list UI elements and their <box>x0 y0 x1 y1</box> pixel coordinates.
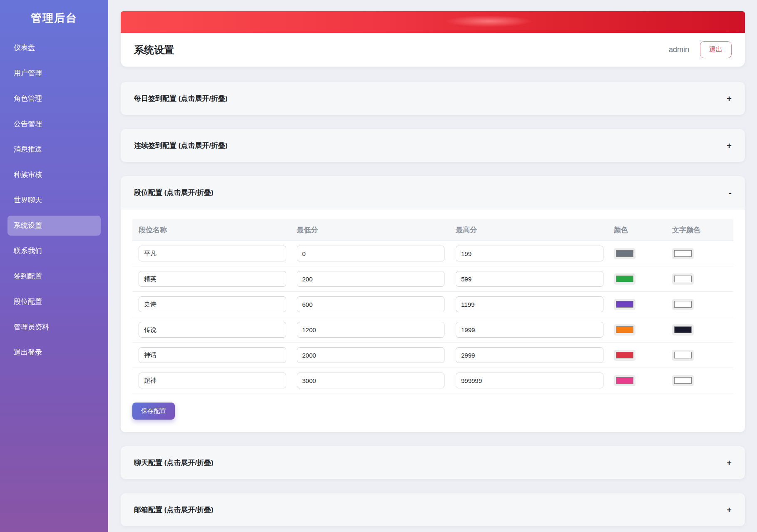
section-title: 段位配置 (点击展开/折叠) <box>134 188 213 197</box>
min-score-input[interactable] <box>297 373 444 388</box>
color-picker[interactable] <box>614 248 635 259</box>
sidebar-item-users[interactable]: 用户管理 <box>7 63 101 83</box>
section-daily-signin: 每日签到配置 (点击展开/折叠) + <box>121 82 745 115</box>
color-swatch <box>616 377 633 384</box>
rank-name-input[interactable] <box>139 246 286 261</box>
color-swatch <box>616 326 633 333</box>
text-color-picker[interactable] <box>672 324 694 336</box>
table-row <box>132 266 733 292</box>
header-user-area: admin 退出 <box>669 41 732 58</box>
sidebar-item-logout[interactable]: 退出登录 <box>7 343 101 363</box>
color-picker[interactable] <box>614 350 635 361</box>
text-color-swatch <box>674 352 692 358</box>
table-row <box>132 317 733 343</box>
section-rank-config: 段位配置 (点击展开/折叠) - 段位名称 最低分 最高分 颜色 文字颜色 <box>121 176 745 432</box>
col-header-min-score: 最低分 <box>290 225 449 235</box>
banner-redacted-text <box>445 15 533 27</box>
sidebar-item-system-settings[interactable]: 系统设置 <box>7 216 101 236</box>
text-color-picker[interactable] <box>672 299 694 310</box>
max-score-input[interactable] <box>456 246 603 261</box>
text-color-picker[interactable] <box>672 375 694 386</box>
section-title: 聊天配置 (点击展开/折叠) <box>134 458 213 467</box>
text-color-swatch <box>674 301 692 308</box>
color-swatch <box>616 250 633 257</box>
min-score-input[interactable] <box>297 296 444 312</box>
section-chat-config: 聊天配置 (点击展开/折叠) + <box>121 446 745 479</box>
app-title: 管理后台 <box>0 11 108 25</box>
text-color-swatch <box>674 377 692 384</box>
sidebar-item-contact-us[interactable]: 联系我们 <box>7 241 101 261</box>
section-title: 连续签到配置 (点击展开/折叠) <box>134 141 228 150</box>
min-score-input[interactable] <box>297 322 444 338</box>
text-color-picker[interactable] <box>672 273 694 285</box>
color-swatch <box>616 352 633 358</box>
col-header-color: 颜色 <box>608 225 666 235</box>
section-daily-signin-header[interactable]: 每日签到配置 (点击展开/折叠) + <box>121 82 745 115</box>
sidebar: 管理后台 仪表盘 用户管理 角色管理 公告管理 消息推送 种族审核 世界聊天 系… <box>0 0 108 532</box>
section-title: 每日签到配置 (点击展开/折叠) <box>134 94 228 103</box>
sidebar-menu: 仪表盘 用户管理 角色管理 公告管理 消息推送 种族审核 世界聊天 系统设置 联… <box>0 38 108 363</box>
sidebar-item-roles[interactable]: 角色管理 <box>7 89 101 109</box>
section-streak-signin: 连续签到配置 (点击展开/折叠) + <box>121 129 745 162</box>
min-score-input[interactable] <box>297 347 444 363</box>
color-picker[interactable] <box>614 375 635 386</box>
sidebar-item-push-messages[interactable]: 消息推送 <box>7 139 101 159</box>
color-picker[interactable] <box>614 324 635 336</box>
col-header-rank-name: 段位名称 <box>132 225 290 235</box>
color-swatch <box>616 301 633 308</box>
text-color-picker[interactable] <box>672 248 694 259</box>
section-email-config-header[interactable]: 邮箱配置 (点击展开/折叠) + <box>121 493 745 526</box>
max-score-input[interactable] <box>456 322 603 338</box>
rank-name-input[interactable] <box>139 347 286 363</box>
section-rank-config-header[interactable]: 段位配置 (点击展开/折叠) - <box>121 176 745 209</box>
page-title: 系统设置 <box>134 43 174 57</box>
main-content: 系统设置 admin 退出 每日签到配置 (点击展开/折叠) + 连续签到配置 … <box>108 0 757 532</box>
minus-icon[interactable]: - <box>729 189 732 197</box>
rank-table-header: 段位名称 最低分 最高分 颜色 文字颜色 <box>132 219 733 241</box>
section-streak-signin-header[interactable]: 连续签到配置 (点击展开/折叠) + <box>121 129 745 162</box>
max-score-input[interactable] <box>456 271 603 287</box>
color-picker[interactable] <box>614 273 635 285</box>
text-color-swatch <box>674 250 692 257</box>
table-row <box>132 241 733 266</box>
section-title: 邮箱配置 (点击展开/折叠) <box>134 505 213 515</box>
table-row <box>132 343 733 368</box>
plus-icon[interactable]: + <box>727 506 732 514</box>
sidebar-item-signin-config[interactable]: 签到配置 <box>7 266 101 286</box>
text-color-swatch <box>674 326 692 333</box>
min-score-input[interactable] <box>297 246 444 261</box>
admin-page: 管理后台 仪表盘 用户管理 角色管理 公告管理 消息推送 种族审核 世界聊天 系… <box>0 0 757 532</box>
max-score-input[interactable] <box>456 373 603 388</box>
col-header-text-color: 文字颜色 <box>666 225 733 235</box>
header-card: 系统设置 admin 退出 <box>121 11 745 67</box>
sidebar-item-race-review[interactable]: 种族审核 <box>7 165 101 185</box>
sidebar-item-rank-config[interactable]: 段位配置 <box>7 292 101 312</box>
table-row <box>132 292 733 317</box>
rank-name-input[interactable] <box>139 322 286 338</box>
color-swatch <box>616 276 633 282</box>
col-header-max-score: 最高分 <box>449 225 608 235</box>
sidebar-item-admin-profile[interactable]: 管理员资料 <box>7 317 101 337</box>
max-score-input[interactable] <box>456 296 603 312</box>
section-chat-config-header[interactable]: 聊天配置 (点击展开/折叠) + <box>121 446 745 479</box>
save-config-button[interactable]: 保存配置 <box>132 403 175 420</box>
page-header: 系统设置 admin 退出 <box>121 33 745 67</box>
plus-icon[interactable]: + <box>727 94 732 103</box>
sidebar-item-world-chat[interactable]: 世界聊天 <box>7 190 101 210</box>
announcement-banner <box>121 11 745 33</box>
plus-icon[interactable]: + <box>727 142 732 150</box>
sidebar-item-dashboard[interactable]: 仪表盘 <box>7 38 101 58</box>
color-picker[interactable] <box>614 299 635 310</box>
text-color-swatch <box>674 276 692 282</box>
rank-name-input[interactable] <box>139 271 286 287</box>
sidebar-item-announcements[interactable]: 公告管理 <box>7 114 101 134</box>
rank-name-input[interactable] <box>139 373 286 388</box>
min-score-input[interactable] <box>297 271 444 287</box>
max-score-input[interactable] <box>456 347 603 363</box>
rank-name-input[interactable] <box>139 296 286 312</box>
username-label: admin <box>669 45 689 54</box>
plus-icon[interactable]: + <box>727 459 732 467</box>
logout-button[interactable]: 退出 <box>700 41 732 58</box>
text-color-picker[interactable] <box>672 350 694 361</box>
rank-config-body: 段位名称 最低分 最高分 颜色 文字颜色 <box>121 209 745 432</box>
